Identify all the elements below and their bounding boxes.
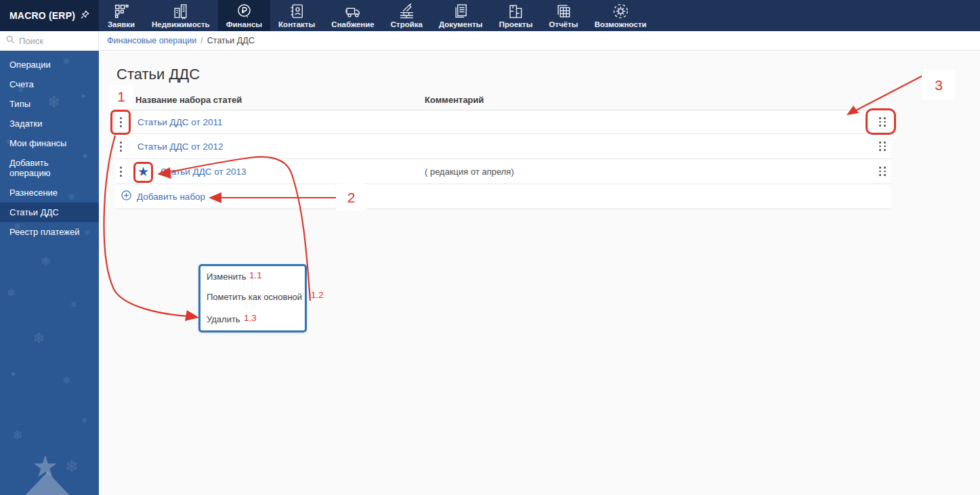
nav-label: Снабжение — [331, 20, 374, 28]
app-logo: MACRO (ERP) — [0, 0, 99, 31]
snowflake-icon — [12, 427, 23, 443]
buildings-icon — [172, 3, 189, 20]
add-set-button[interactable]: Добавить набор — [115, 184, 891, 209]
sidebar-menu: Операции Счета Типы Задатки Мои финансы … — [0, 51, 99, 242]
sidebar-item-reestr-platezhey[interactable]: Реестр платежей — [0, 222, 99, 242]
truck-icon — [345, 3, 362, 20]
breadcrumb: Финансовые операции / Статьи ДДС — [99, 31, 980, 51]
sidebar-item-zadatki[interactable]: Задатки — [0, 114, 99, 133]
nav-item-vozmozhnosti[interactable]: Возможности — [587, 0, 655, 31]
nav-label: Документы — [439, 20, 483, 28]
snowflake-icon — [7, 286, 16, 299]
column-header-name: Название набора статей — [135, 95, 242, 105]
snowflake-icon — [70, 300, 77, 309]
nav-label: Стройка — [391, 20, 423, 28]
sidebar-item-tipy[interactable]: Типы — [0, 94, 99, 114]
set-name-link[interactable]: Статьи ДДС от 2013 — [161, 167, 246, 177]
snowflake-icon — [62, 374, 71, 387]
breadcrumb-current: Статьи ДДС — [207, 36, 255, 45]
sidebar-item-dobavit-operaciyu[interactable]: Добавить операцию — [0, 153, 74, 183]
snowflake-icon — [33, 330, 45, 347]
drag-handle-icon[interactable] — [876, 164, 889, 179]
drag-handle-icon[interactable] — [876, 139, 889, 154]
sparkle-icon — [9, 369, 17, 379]
table-row: Статьи ДДС от 2012 — [115, 134, 891, 159]
annotation-label-1-2: 1.2 — [311, 290, 324, 300]
set-comment: ( редакция от апреля) — [425, 167, 514, 177]
sidebar-item-operacii[interactable]: Операции — [0, 55, 99, 74]
sidebar-item-stati-dds[interactable]: Статьи ДДС — [0, 202, 99, 222]
nav-item-dokumenty[interactable]: Документы — [431, 0, 491, 31]
context-menu-item-edit[interactable]: Изменить — [207, 272, 247, 282]
search-input[interactable] — [19, 36, 87, 46]
blueprint-icon — [507, 3, 524, 20]
nav-label: Проекты — [499, 20, 533, 28]
nav-label: Недвижимость — [152, 20, 210, 28]
kebab-menu-icon[interactable] — [116, 134, 125, 158]
nav-item-stroyka[interactable]: Стройка — [383, 0, 431, 31]
search-icon — [5, 35, 15, 47]
nav-label: Финансы — [226, 20, 262, 28]
add-set-label: Добавить набор — [137, 192, 205, 202]
pin-icon[interactable] — [79, 9, 91, 22]
nav-item-snabzhenie[interactable]: Снабжение — [323, 0, 382, 31]
christmas-tree-icon — [20, 472, 74, 495]
table-row: Статьи ДДС от 2011 — [115, 110, 891, 134]
drag-handle-icon[interactable] — [876, 114, 889, 129]
set-name-link[interactable]: Статьи ДДС от 2011 — [137, 117, 222, 127]
main-content: Статьи ДДС Название набора статей Коммен… — [99, 51, 980, 495]
nav-item-nedvizhimost[interactable]: Недвижимость — [144, 0, 218, 31]
column-header-comment: Комментарий — [425, 95, 484, 105]
sidebar-item-moi-finansy[interactable]: Мои финансы — [0, 133, 99, 153]
sidebar: Операции Счета Типы Задатки Мои финансы … — [0, 51, 99, 495]
app-logo-text: MACRO (ERP) — [9, 10, 75, 21]
nav-label: Заявки — [108, 20, 135, 28]
table-row: Статьи ДДС от 2013 ( редакция от апреля) — [115, 159, 891, 184]
context-menu-item-mark-primary[interactable]: Пометить как основной — [207, 292, 302, 302]
documents-icon — [452, 3, 469, 20]
breadcrumb-separator: / — [200, 36, 203, 45]
sets-table: Название набора статей Комментарий Стать… — [115, 91, 891, 209]
top-bar: MACRO (ERP) Заявки — [0, 0, 980, 31]
breadcrumb-parent-link[interactable]: Финансовые операции — [107, 36, 196, 45]
sidebar-item-scheta[interactable]: Счета — [0, 74, 99, 94]
table-header-row: Название набора статей Комментарий — [115, 91, 891, 110]
star-icon[interactable] — [137, 165, 149, 178]
nav-item-proekty[interactable]: Проекты — [491, 0, 541, 31]
sub-bar: Финансовые операции / Статьи ДДС — [0, 31, 980, 51]
trowel-bricks-icon — [398, 3, 415, 20]
ruble-circle-icon — [236, 3, 253, 20]
annotation-label-3: 3 — [922, 70, 956, 100]
page-title: Статьи ДДС — [116, 66, 200, 83]
report-sheets-icon — [555, 3, 572, 20]
gear-dashed-icon — [612, 3, 629, 20]
main-nav: Заявки Недвижимость Финан — [99, 0, 655, 31]
sidebar-item-raznesenie[interactable]: Разнесение — [0, 183, 99, 202]
search-box — [0, 31, 99, 51]
contacts-book-icon — [289, 3, 305, 20]
plus-circle-icon — [121, 190, 132, 204]
nav-item-kontakty[interactable]: Контакты — [270, 0, 323, 31]
kebab-menu-icon[interactable] — [116, 110, 125, 133]
snowflake-icon — [41, 254, 51, 269]
snowflake-icon — [81, 416, 87, 425]
nav-item-zayavki[interactable]: Заявки — [99, 0, 144, 31]
context-menu-item-delete[interactable]: Удалить — [207, 314, 240, 324]
kebab-menu-icon[interactable] — [116, 159, 125, 184]
nav-item-finansy[interactable]: Финансы — [218, 0, 270, 31]
set-name-link[interactable]: Статьи ДДС от 2012 — [137, 142, 223, 152]
apps-grid-icon — [113, 3, 130, 20]
nav-label: Контакты — [278, 20, 315, 28]
context-menu: Изменить Пометить как основной Удалить — [198, 264, 307, 332]
nav-item-otchety[interactable]: Отчёты — [541, 0, 587, 31]
nav-label: Возможности — [595, 20, 647, 28]
nav-label: Отчёты — [549, 20, 578, 28]
